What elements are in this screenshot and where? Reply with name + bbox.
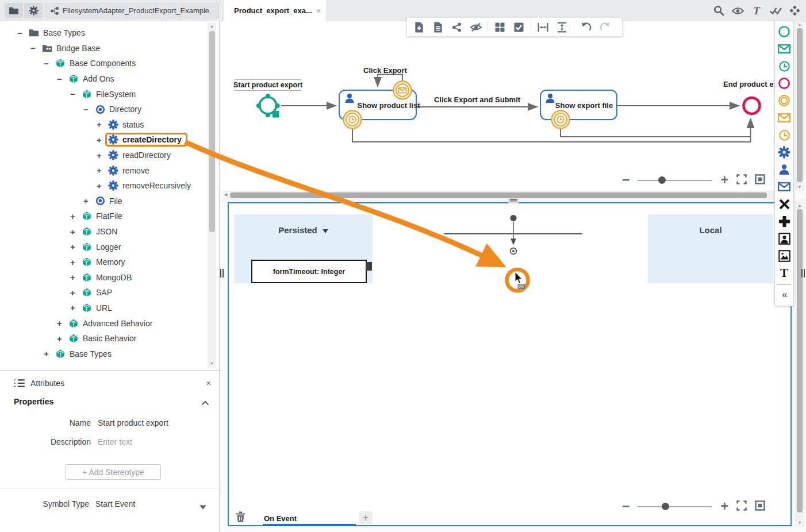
search-icon[interactable] xyxy=(712,4,726,18)
tree-toggle[interactable]: − xyxy=(82,105,90,114)
tree-item[interactable]: + Base Types xyxy=(0,346,207,361)
form-attribute[interactable]: formTimeout: Integer xyxy=(251,260,367,283)
symbol-type-value[interactable]: Start Event xyxy=(95,499,135,508)
portrait-icon[interactable] xyxy=(775,230,793,247)
undo-icon[interactable] xyxy=(577,18,596,36)
zoom-slider-thumb[interactable] xyxy=(662,503,669,510)
tree-item[interactable]: + JSON xyxy=(0,224,207,240)
tree-toggle[interactable]: + xyxy=(69,227,76,237)
scroll-left-icon[interactable]: ◀ xyxy=(224,192,227,197)
scroll-down-icon[interactable]: ▼ xyxy=(795,184,804,190)
persisted-panel[interactable]: Persisted formTimeout: Integer xyxy=(234,214,373,283)
tree-toggle[interactable]: + xyxy=(95,119,103,129)
gateway-plus-icon[interactable] xyxy=(775,213,793,230)
add-stereotype-button[interactable]: + Add Stereotype xyxy=(66,464,161,480)
file-text-icon[interactable] xyxy=(428,18,447,36)
tree-toggle[interactable]: + xyxy=(69,211,76,221)
tree-item[interactable]: − Directory xyxy=(0,102,207,117)
tree-item[interactable]: + SAP xyxy=(0,285,207,300)
tree-item[interactable]: + File xyxy=(0,194,207,209)
tree-toggle[interactable]: − xyxy=(69,89,76,99)
scroll-up-icon[interactable]: ▲ xyxy=(208,24,216,29)
tab-product-export[interactable]: Product_export_exa... × xyxy=(224,0,326,21)
tree-toggle[interactable]: + xyxy=(95,181,103,191)
tree-item[interactable]: + Logger xyxy=(0,239,207,255)
collapse-icon[interactable]: « xyxy=(775,286,793,303)
project-title-bar[interactable]: FilesystemAdapter_ProductExport_Example xyxy=(45,3,219,18)
tree-item[interactable]: − Bridge Base xyxy=(0,41,207,56)
tree-item[interactable]: − Add Ons xyxy=(0,71,207,87)
zoom-out-button[interactable]: − xyxy=(622,500,630,513)
components-icon[interactable] xyxy=(788,4,801,18)
bottom-tab-on-event[interactable]: On Event xyxy=(264,514,297,523)
user-task-icon[interactable] xyxy=(775,161,793,178)
tree-toggle[interactable]: + xyxy=(43,349,50,358)
scroll-down-icon[interactable]: ▼ xyxy=(795,520,804,526)
tree-scrollbar[interactable]: ▲ ▼ xyxy=(208,22,216,368)
tree-toggle[interactable]: − xyxy=(43,59,50,68)
intermediate-event-icon[interactable] xyxy=(775,92,793,109)
tree-item[interactable]: + Advanced Behavior xyxy=(0,315,207,331)
name-field-value[interactable]: Start product export xyxy=(98,418,168,427)
redo-icon[interactable] xyxy=(596,18,615,36)
collapse-section-icon[interactable] xyxy=(201,398,209,408)
symbol-type-dropdown-icon[interactable] xyxy=(199,502,206,512)
distribute-vertical-icon[interactable] xyxy=(552,18,571,36)
image-icon[interactable] xyxy=(775,247,793,264)
scroll-down-icon[interactable]: ▼ xyxy=(208,361,216,367)
tree-toggle[interactable]: + xyxy=(56,334,63,344)
checkbox-icon[interactable] xyxy=(509,18,528,36)
bpmn-diagram-canvas[interactable] xyxy=(220,21,795,191)
tree-item[interactable]: + removeRecursively xyxy=(0,178,207,194)
ui-form-canvas[interactable]: Persisted formTimeout: Integer Local On … xyxy=(228,202,792,526)
panel-resize-handle-right[interactable] xyxy=(801,269,805,277)
tree-item[interactable]: + remove xyxy=(0,163,207,178)
tree-item[interactable]: + FlatFile xyxy=(0,209,207,224)
tree-item[interactable]: + Memory xyxy=(0,255,207,270)
zoom-slider-thumb[interactable] xyxy=(658,176,666,184)
chevron-down-icon[interactable] xyxy=(323,229,328,233)
gateway-x-icon[interactable] xyxy=(775,195,793,213)
tree-item[interactable]: + status xyxy=(0,117,207,133)
scroll-up-icon[interactable]: ▲ xyxy=(795,203,804,209)
tree-toggle[interactable]: + xyxy=(56,318,63,328)
project-browser-button[interactable] xyxy=(5,3,23,18)
hide-icon[interactable] xyxy=(466,18,485,36)
tree-toggle[interactable]: − xyxy=(16,28,24,38)
persisted-panel-title[interactable]: Persisted xyxy=(234,225,373,235)
share-icon[interactable] xyxy=(447,18,466,36)
tree-toggle[interactable]: + xyxy=(69,242,76,252)
add-tab-button[interactable]: + xyxy=(359,511,373,524)
tree-toggle[interactable]: + xyxy=(95,165,103,175)
panel-resize-handle-left[interactable] xyxy=(220,269,224,277)
zoom-in-button[interactable]: + xyxy=(720,174,728,187)
delete-tab-icon[interactable] xyxy=(236,511,245,525)
tree-toggle[interactable]: + xyxy=(82,196,90,206)
tree-item[interactable]: + URL xyxy=(0,300,207,316)
tree-toggle[interactable]: + xyxy=(95,151,103,160)
tree-toggle[interactable]: + xyxy=(69,303,76,313)
zoom-slider[interactable] xyxy=(638,180,712,181)
end-event-icon[interactable] xyxy=(775,75,793,92)
lower-canvas-v-scrollbar[interactable]: ▲ ▼ xyxy=(795,202,804,526)
fit-view-icon[interactable] xyxy=(755,174,765,187)
tree-toggle[interactable]: − xyxy=(56,74,63,84)
tree-item[interactable]: − FileSystem xyxy=(0,86,207,102)
attribute-port[interactable] xyxy=(366,262,372,271)
tree-item[interactable]: − Base Components xyxy=(0,56,207,71)
zoom-in-button[interactable]: + xyxy=(720,500,728,513)
text-icon[interactable]: T xyxy=(775,264,793,282)
text-style-icon[interactable]: T xyxy=(750,4,763,18)
tree-item[interactable]: − Base Types xyxy=(0,25,207,41)
description-field-value[interactable]: Enter text xyxy=(98,437,132,446)
message-start-icon[interactable] xyxy=(775,40,793,57)
tree-toggle[interactable]: + xyxy=(69,257,76,267)
tree-item[interactable]: + createDirectory xyxy=(0,132,207,148)
tree-toggle[interactable]: − xyxy=(29,43,37,53)
timer-start-icon[interactable] xyxy=(775,57,793,75)
tree-item[interactable]: + Basic Behavior xyxy=(0,331,207,346)
zoom-slider[interactable] xyxy=(638,506,712,507)
scroll-up-icon[interactable]: ▲ xyxy=(795,22,804,28)
local-panel[interactable]: Local xyxy=(648,214,773,283)
grid-icon[interactable] xyxy=(490,18,509,36)
